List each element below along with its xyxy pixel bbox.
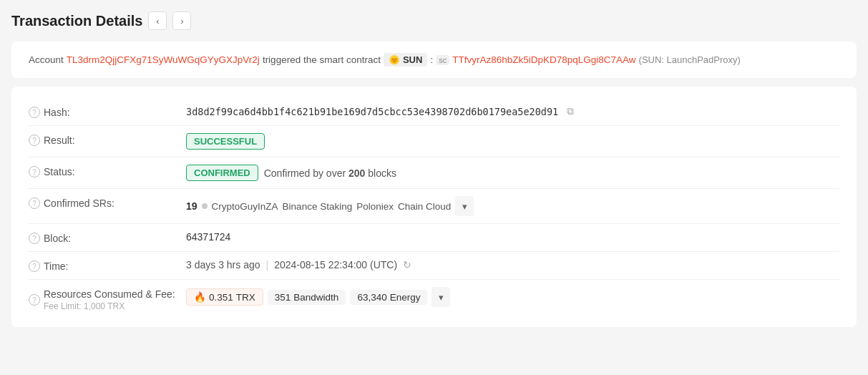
sr-dot-separator bbox=[202, 203, 208, 209]
block-row: ? Block: 64371724 bbox=[29, 224, 839, 252]
time-pipe-separator: | bbox=[266, 259, 269, 271]
block-help-icon[interactable]: ? bbox=[29, 233, 40, 244]
sr-list: 19 CryptoGuyInZA Binance Staking Polonie… bbox=[186, 196, 474, 216]
sr-count: 19 bbox=[186, 200, 198, 212]
fee-limit-label: Fee Limit: 1,000 TRX bbox=[44, 300, 175, 311]
result-value-col: SUCCESSFUL bbox=[186, 133, 839, 150]
resources-label-col: ? Resources Consumed & Fee: Fee Limit: 1… bbox=[29, 287, 186, 311]
confirmed-srs-row: ? Confirmed SRs: 19 CryptoGuyInZA Binanc… bbox=[29, 189, 839, 224]
contract-note: (SUN: LaunchPadProxy) bbox=[639, 54, 741, 65]
resources-label: Resources Consumed & Fee: bbox=[44, 288, 175, 300]
fire-icon: 🔥 bbox=[194, 291, 206, 303]
energy-stat: 63,340 Energy bbox=[350, 290, 427, 305]
hash-value-col: 3d8d2f99ca6d4bb1f4c621b91be169d7d5cbcc53… bbox=[186, 105, 839, 117]
trx-amount: 0.351 bbox=[209, 292, 233, 303]
triggered-text: triggered the smart contract bbox=[263, 54, 381, 65]
status-confirmed-badge: CONFIRMED bbox=[186, 165, 258, 181]
hash-help-icon[interactable]: ? bbox=[29, 107, 40, 118]
chevron-down-icon: ▾ bbox=[462, 201, 467, 212]
bandwidth-label: Bandwidth bbox=[293, 292, 338, 303]
resources-chevron-down-icon: ▾ bbox=[439, 292, 444, 303]
confirmed-srs-label: Confirmed SRs: bbox=[44, 198, 114, 209]
blocks-count: 200 bbox=[348, 167, 365, 179]
trx-unit: TRX bbox=[236, 292, 255, 303]
time-value-col: 3 days 3 hrs ago | 2024-08-15 22:34:00 (… bbox=[186, 259, 839, 271]
token-emoji: 🌞 bbox=[389, 54, 400, 65]
sr-item-1: Binance Staking bbox=[283, 201, 353, 212]
contract-address-link[interactable]: TTfvyrAz86hbZk5iDpKD78pqLGgi8C7AAw bbox=[452, 54, 635, 65]
time-utc: 2024-08-15 22:34:00 (UTC) bbox=[274, 259, 397, 271]
copy-hash-icon[interactable]: ⧉ bbox=[567, 105, 574, 117]
sr-item-0: CryptoGuyInZA bbox=[212, 201, 278, 212]
resources-label-wrap: Resources Consumed & Fee: Fee Limit: 1,0… bbox=[44, 288, 175, 311]
page-title-section: Transaction Details ‹ › bbox=[11, 11, 857, 30]
time-display: 3 days 3 hrs ago | 2024-08-15 22:34:00 (… bbox=[186, 259, 411, 271]
account-line: Account TL3drm2QjjCFXg71SyWuWGqGYyGXJpVr… bbox=[29, 53, 839, 67]
block-label-col: ? Block: bbox=[29, 231, 186, 244]
next-button[interactable]: › bbox=[172, 11, 191, 30]
account-prefix: Account bbox=[29, 54, 64, 65]
prev-button[interactable]: ‹ bbox=[148, 11, 167, 30]
token-name: SUN bbox=[403, 54, 422, 65]
status-row: ? Status: CONFIRMED Confirmed by over 20… bbox=[29, 157, 839, 189]
trx-fee-badge: 🔥 0.351 TRX bbox=[186, 288, 263, 306]
details-card: ? Hash: 3d8d2f99ca6d4bb1f4c621b91be169d7… bbox=[11, 87, 857, 327]
block-value-col: 64371724 bbox=[186, 231, 839, 243]
result-row: ? Result: SUCCESSFUL bbox=[29, 126, 839, 157]
energy-amount: 63,340 bbox=[357, 292, 386, 303]
result-label: Result: bbox=[44, 135, 75, 146]
confirmed-srs-help-icon[interactable]: ? bbox=[29, 198, 40, 209]
account-address-link[interactable]: TL3drm2QjjCFXg71SyWuWGqGYyGXJpVr2j bbox=[67, 54, 260, 65]
hash-value: 3d8d2f99ca6d4bb1f4c621b91be169d7d5cbcc53… bbox=[186, 106, 558, 117]
sc-label: sc bbox=[436, 55, 449, 65]
chevron-left-icon: ‹ bbox=[156, 16, 159, 26]
status-help-icon[interactable]: ? bbox=[29, 166, 40, 177]
result-label-col: ? Result: bbox=[29, 133, 186, 146]
resource-items: 🔥 0.351 TRX 351 Bandwidth 63,340 Energy … bbox=[186, 287, 450, 307]
refresh-icon[interactable]: ↻ bbox=[403, 259, 411, 271]
result-badge: SUCCESSFUL bbox=[186, 133, 265, 150]
chevron-right-icon: › bbox=[180, 16, 183, 26]
confirm-description: Confirmed by over 200 blocks bbox=[264, 167, 396, 179]
result-help-icon[interactable]: ? bbox=[29, 135, 40, 146]
block-label: Block: bbox=[44, 233, 71, 244]
token-badge: 🌞 SUN bbox=[384, 53, 427, 67]
status-value-col: CONFIRMED Confirmed by over 200 blocks bbox=[186, 165, 839, 181]
time-relative: 3 days 3 hrs ago bbox=[186, 259, 260, 271]
separator: : bbox=[430, 54, 433, 65]
time-help-icon[interactable]: ? bbox=[29, 260, 40, 272]
time-label-col: ? Time: bbox=[29, 259, 186, 272]
transaction-details-page: Transaction Details ‹ › Account TL3drm2Q… bbox=[0, 0, 868, 375]
status-label-col: ? Status: bbox=[29, 165, 186, 177]
resources-expand-button[interactable]: ▾ bbox=[431, 287, 450, 307]
hash-row: ? Hash: 3d8d2f99ca6d4bb1f4c621b91be169d7… bbox=[29, 98, 839, 126]
resources-row: ? Resources Consumed & Fee: Fee Limit: 1… bbox=[29, 280, 839, 316]
bandwidth-amount: 351 bbox=[275, 292, 291, 303]
account-line-card: Account TL3drm2QjjCFXg71SyWuWGqGYyGXJpVr… bbox=[11, 42, 857, 78]
resources-value-col: 🔥 0.351 TRX 351 Bandwidth 63,340 Energy … bbox=[186, 287, 839, 307]
time-label: Time: bbox=[44, 260, 68, 272]
bandwidth-stat: 351 Bandwidth bbox=[268, 290, 346, 305]
page-title: Transaction Details bbox=[11, 13, 142, 29]
sr-item-3: Chain Cloud bbox=[398, 201, 451, 212]
sr-item-2: Poloniex bbox=[356, 201, 394, 212]
hash-label-col: ? Hash: bbox=[29, 105, 186, 118]
confirmed-srs-label-col: ? Confirmed SRs: bbox=[29, 196, 186, 209]
time-row: ? Time: 3 days 3 hrs ago | 2024-08-15 22… bbox=[29, 252, 839, 280]
confirmed-srs-value-col: 19 CryptoGuyInZA Binance Staking Polonie… bbox=[186, 196, 839, 216]
resources-help-icon[interactable]: ? bbox=[29, 294, 40, 306]
hash-label: Hash: bbox=[44, 107, 70, 118]
sr-expand-button[interactable]: ▾ bbox=[455, 196, 474, 216]
block-value: 64371724 bbox=[186, 231, 230, 243]
status-label: Status: bbox=[44, 166, 75, 177]
energy-label: Energy bbox=[390, 292, 421, 303]
